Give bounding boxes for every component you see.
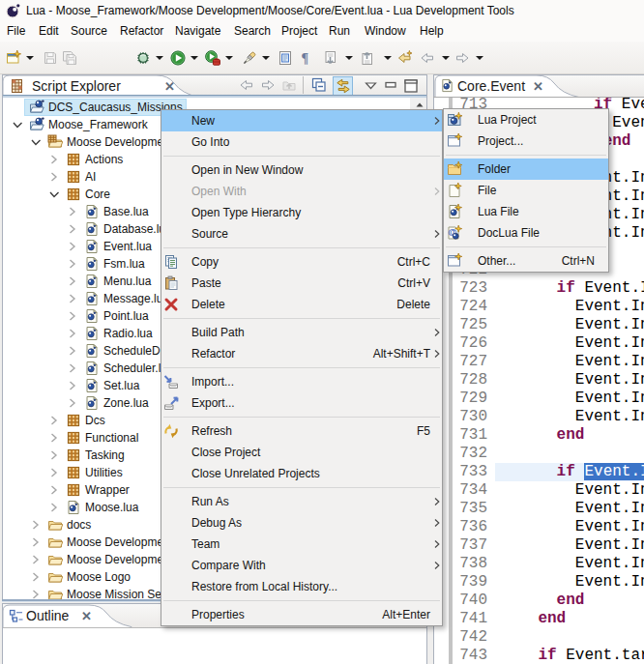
- svg-text:¶: ¶: [302, 51, 309, 66]
